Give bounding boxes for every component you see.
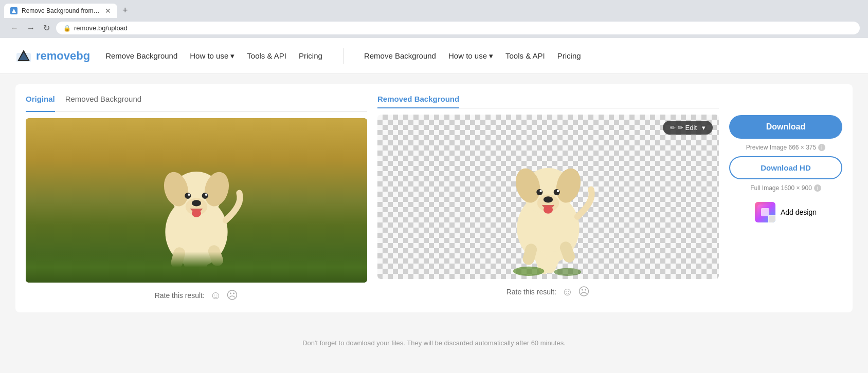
tab-favicon bbox=[10, 7, 17, 14]
original-panel-tabs: Original Removed Background bbox=[26, 95, 367, 112]
sad-emoji-left[interactable]: ☹ bbox=[226, 289, 238, 302]
refresh-button[interactable]: ↻ bbox=[41, 21, 52, 35]
svg-point-10 bbox=[192, 210, 201, 217]
sad-emoji-right[interactable]: ☹ bbox=[578, 285, 590, 299]
dropdown-chevron-icon-2: ▾ bbox=[489, 51, 493, 61]
preview-info-icon[interactable]: i bbox=[818, 144, 825, 151]
happy-emoji-left[interactable]: ☺ bbox=[210, 289, 221, 302]
svg-marker-0 bbox=[12, 9, 16, 13]
tab-title: Remove Background from Image bbox=[22, 7, 101, 14]
svg-point-14 bbox=[205, 193, 208, 196]
dropdown-chevron-icon: ▾ bbox=[230, 51, 234, 61]
svg-point-11 bbox=[185, 193, 191, 199]
tab-original[interactable]: Original bbox=[26, 95, 55, 112]
tab-removed-right[interactable]: Removed Background bbox=[377, 95, 459, 108]
logo-link[interactable]: removebg bbox=[15, 49, 90, 63]
nav-divider bbox=[343, 48, 343, 64]
svg-point-34 bbox=[513, 267, 545, 276]
add-design-button[interactable]: Add design bbox=[755, 202, 817, 222]
original-image bbox=[26, 118, 367, 283]
url-bar[interactable]: 🔒 remove.bg/upload bbox=[56, 22, 860, 34]
nav-tools-api-2[interactable]: Tools & API bbox=[505, 51, 545, 60]
nav-links-secondary: Remove Background How to use ▾ Tools & A… bbox=[364, 51, 581, 61]
nav-pricing[interactable]: Pricing bbox=[299, 51, 322, 60]
removed-bg-image-wrapper: ✏ ✏ Edit ▾ bbox=[377, 115, 719, 279]
svg-point-12 bbox=[202, 193, 208, 199]
original-image-wrapper bbox=[26, 118, 367, 283]
add-design-label: Add design bbox=[781, 208, 817, 216]
design-small-icon bbox=[768, 215, 775, 222]
download-button[interactable]: Download bbox=[729, 115, 842, 139]
tab-removed-left[interactable]: Removed Background bbox=[65, 95, 141, 107]
pencil-icon: ✏ bbox=[670, 124, 676, 132]
removed-bg-image: ✏ ✏ Edit ▾ bbox=[377, 115, 719, 279]
nav-tools-api[interactable]: Tools & API bbox=[247, 51, 286, 60]
tab-bar: Remove Background from Image ✕ + bbox=[4, 3, 864, 18]
grass-overlay bbox=[26, 252, 367, 283]
rate-label-left: Rate this result: bbox=[155, 291, 205, 300]
nav-remove-background-2[interactable]: Remove Background bbox=[364, 51, 436, 60]
forward-button[interactable]: → bbox=[25, 22, 37, 35]
original-panel: Original Removed Background bbox=[26, 95, 367, 302]
design-icon bbox=[755, 202, 775, 222]
nav-links-primary: Remove Background How to use ▾ Tools & A… bbox=[105, 51, 322, 61]
removed-panel-tabs: Removed Background bbox=[377, 95, 719, 108]
preview-info: Preview Image 666 × 375 i bbox=[746, 144, 825, 151]
rate-label-right: Rate this result: bbox=[507, 288, 556, 296]
active-tab[interactable]: Remove Background from Image ✕ bbox=[4, 4, 117, 18]
svg-point-28 bbox=[539, 190, 542, 192]
browser-chrome: Remove Background from Image ✕ + ← → ↻ 🔒… bbox=[0, 0, 868, 38]
svg-point-13 bbox=[188, 193, 190, 196]
happy-emoji-right[interactable]: ☺ bbox=[562, 285, 573, 299]
svg-point-35 bbox=[554, 268, 581, 276]
full-info: Full Image 1600 × 900 i bbox=[750, 184, 821, 192]
edit-btn-label: ✏ Edit bbox=[678, 124, 697, 132]
result-container: Original Removed Background bbox=[15, 84, 853, 312]
download-hd-button[interactable]: Download HD bbox=[729, 156, 842, 179]
svg-point-9 bbox=[192, 200, 201, 206]
puppy-transparent-svg bbox=[411, 131, 684, 279]
back-button[interactable]: ← bbox=[8, 22, 21, 35]
new-tab-button[interactable]: + bbox=[118, 3, 132, 18]
lock-icon: 🔒 bbox=[63, 25, 71, 32]
nav-how-to-use[interactable]: How to use ▾ bbox=[190, 51, 234, 61]
edit-dropdown-chevron-icon: ▾ bbox=[702, 124, 706, 132]
main-content: Original Removed Background bbox=[0, 74, 868, 331]
svg-point-27 bbox=[554, 189, 560, 195]
edit-button[interactable]: ✏ ✏ Edit ▾ bbox=[663, 121, 713, 135]
svg-point-26 bbox=[536, 189, 542, 195]
address-bar: ← → ↻ 🔒 remove.bg/upload bbox=[4, 18, 864, 38]
nav-remove-background[interactable]: Remove Background bbox=[105, 51, 177, 60]
site-navigation: removebg Remove Background How to use ▾ … bbox=[0, 38, 868, 74]
svg-point-25 bbox=[544, 206, 553, 214]
full-info-icon[interactable]: i bbox=[814, 184, 821, 192]
svg-rect-38 bbox=[768, 215, 775, 222]
sidebar-actions: Download Preview Image 666 × 375 i Downl… bbox=[729, 95, 842, 302]
nav-how-to-use-2[interactable]: How to use ▾ bbox=[448, 51, 493, 61]
removed-rate-section: Rate this result: ☺ ☹ bbox=[377, 285, 719, 299]
url-text: remove.bg/upload bbox=[74, 24, 128, 32]
logo-text: removebg bbox=[36, 49, 90, 63]
removed-bg-panel: Removed Background bbox=[377, 95, 719, 302]
nav-pricing-2[interactable]: Pricing bbox=[557, 51, 581, 60]
svg-point-29 bbox=[557, 190, 559, 192]
tab-close-button[interactable]: ✕ bbox=[105, 7, 111, 15]
logo-icon bbox=[15, 49, 32, 63]
original-rate-section: Rate this result: ☺ ☹ bbox=[26, 289, 367, 302]
svg-point-24 bbox=[544, 196, 553, 202]
footer-note: Don't forget to download your files. The… bbox=[0, 331, 868, 355]
